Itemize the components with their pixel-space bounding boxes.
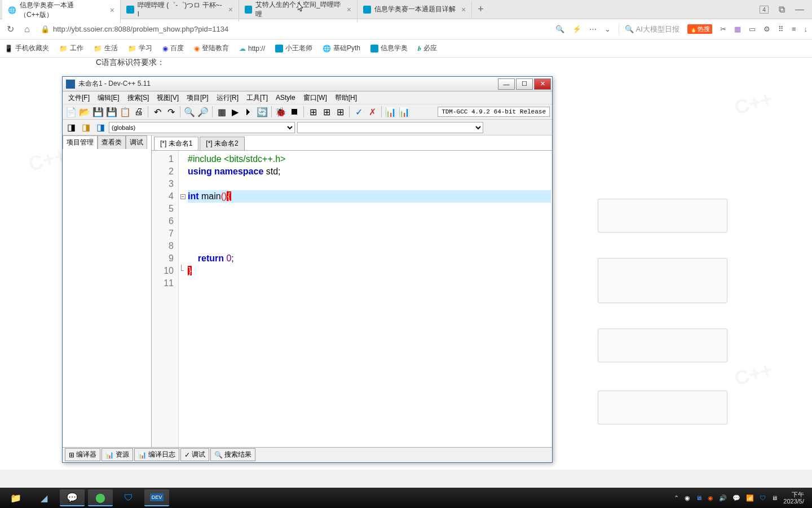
grid3-icon[interactable]: ⊞	[334, 106, 346, 118]
hot-badge[interactable]: 🔥热搜	[687, 24, 712, 34]
tab-debug[interactable]: 调试	[126, 135, 147, 149]
goto1-icon[interactable]: ◨	[65, 121, 77, 134]
close-icon[interactable]: ×	[228, 5, 233, 14]
file-tab-2[interactable]: [*] 未命名2	[200, 137, 244, 150]
menu-window[interactable]: 窗口[W]	[300, 92, 330, 104]
download-icon[interactable]: ↓	[804, 25, 808, 33]
redo-icon[interactable]: ↷	[165, 106, 177, 118]
menu-run[interactable]: 运行[R]	[213, 92, 242, 104]
menu-edit[interactable]: 编辑[E]	[94, 92, 123, 104]
compile-icon[interactable]: ▦	[215, 106, 228, 118]
close-icon[interactable]: ×	[461, 5, 466, 14]
menu-view[interactable]: 视图[V]	[153, 92, 182, 104]
rebuild-icon[interactable]: 🔄	[256, 106, 268, 118]
grid-icon[interactable]: ⚙	[764, 25, 770, 33]
fold-toggle-icon[interactable]: −	[180, 194, 186, 199]
tab-resources[interactable]: 📊资源	[102, 448, 133, 461]
open-icon[interactable]: 📂	[78, 106, 91, 118]
tab-debug-bottom[interactable]: ✓调试	[180, 448, 209, 461]
browser-tab-4[interactable]: 信息学奥赛一本通题目详解 ×	[358, 1, 472, 17]
more-icon[interactable]: ⋯	[589, 25, 597, 33]
tab-search-results[interactable]: 🔍搜索结果	[210, 448, 255, 461]
goto3-icon[interactable]: ◨	[94, 121, 107, 134]
compiler-selector[interactable]: TDM-GCC 4.9.2 64-bit Release	[438, 107, 550, 117]
minimize-icon[interactable]: —	[795, 5, 804, 15]
bookmark-mobile[interactable]: 📱手机收藏夹	[5, 43, 49, 53]
bookmark-study[interactable]: 📁学习	[128, 43, 152, 53]
tray-icon[interactable]: 🛡	[760, 494, 766, 501]
search-placeholder[interactable]: AI大模型日报	[636, 24, 679, 34]
scope-combo[interactable]: (globals)	[109, 122, 295, 133]
close-icon[interactable]: ×	[110, 6, 114, 15]
flash-icon[interactable]: ⚡	[572, 25, 581, 33]
wechat-tray-icon[interactable]: 💬	[732, 494, 740, 502]
tray-icon[interactable]: ◉	[685, 494, 690, 502]
close-file-icon[interactable]: 📋	[119, 106, 131, 118]
save-all-icon[interactable]: 💾	[105, 106, 118, 118]
menu-help[interactable]: 帮助[H]	[332, 92, 360, 104]
zoom-icon[interactable]: 🔍	[555, 25, 564, 33]
taskbar-explorer[interactable]: 📁	[3, 489, 28, 506]
bookmark-login[interactable]: ◉登陆教育	[194, 43, 229, 53]
taskbar-app1[interactable]: ◢	[32, 489, 56, 506]
grid2-icon[interactable]: ⊞	[320, 106, 333, 118]
run-icon[interactable]: ▶	[229, 106, 241, 118]
tray-icon[interactable]: 🖥	[771, 494, 778, 501]
wallet-icon[interactable]: ▭	[749, 25, 756, 33]
bookmark-life[interactable]: 📁生活	[94, 43, 118, 53]
cut-icon[interactable]: ✂	[720, 25, 726, 33]
chevron-up-icon[interactable]: ⌃	[674, 494, 679, 502]
bookmark-baidu[interactable]: ◉百度	[162, 43, 184, 53]
window-restore-icon[interactable]: ⧉	[779, 5, 785, 15]
tray-icon[interactable]: 🖥	[696, 494, 702, 501]
maximize-button[interactable]: ☐	[516, 78, 533, 90]
print-icon[interactable]: 🖨	[133, 106, 145, 118]
new-file-icon[interactable]: 📄	[65, 106, 77, 118]
goto2-icon[interactable]: ◨	[80, 121, 92, 134]
apps-icon[interactable]: ⠿	[778, 25, 784, 33]
function-combo[interactable]	[297, 122, 483, 133]
taskbar-browser[interactable]: ⬤	[88, 489, 113, 506]
bookmark-bing[interactable]: 𝒃必应	[418, 43, 437, 53]
grid1-icon[interactable]: ⊞	[307, 106, 319, 118]
save-icon[interactable]: 💾	[92, 106, 104, 118]
replace-icon[interactable]: 🔎	[197, 106, 209, 118]
menu-astyle[interactable]: AStyle	[272, 93, 299, 103]
bookmark-teacher[interactable]: 小王老师	[275, 43, 312, 53]
file-tab-1[interactable]: [*] 未命名1	[154, 137, 198, 150]
find-icon[interactable]: 🔍	[183, 106, 196, 118]
tab-compiler[interactable]: ⊞编译器	[65, 448, 100, 461]
home-button[interactable]: ⌂	[21, 24, 33, 35]
bookmark-work[interactable]: 📁工作	[59, 43, 83, 53]
taskbar-devcpp[interactable]: DEV	[144, 489, 169, 506]
delete-icon[interactable]: ✗	[366, 106, 378, 118]
minimize-button[interactable]: —	[498, 78, 515, 90]
browser-tab-1[interactable]: 🌐 信息学奥赛一本通（C++版） ×	[2, 0, 121, 23]
network-icon[interactable]: 📶	[746, 494, 754, 502]
taskbar-wechat[interactable]: 💬	[60, 489, 85, 506]
tab-classes[interactable]: 查看类	[98, 135, 126, 149]
profile-icon[interactable]: 📊	[385, 106, 397, 118]
tab-count-badge[interactable]: 4	[760, 6, 769, 14]
title-bar[interactable]: 未命名1 - Dev-C++ 5.11 — ☐ ✕	[63, 77, 552, 91]
gprof-icon[interactable]: 📊	[398, 106, 411, 118]
tab-project[interactable]: 项目管理	[63, 135, 98, 149]
stop-icon[interactable]: ⏹	[288, 106, 301, 118]
browser-tab-2[interactable]: 哔哩哔哩 (゜-゜)つロ 干杯~-l ×	[121, 0, 239, 21]
compile-run-icon[interactable]: ⏵	[242, 106, 255, 118]
menu-file[interactable]: 文件[F]	[65, 92, 93, 104]
menu-search[interactable]: 搜索[S]	[124, 92, 153, 104]
debug-icon[interactable]: 🐞	[275, 106, 287, 118]
menu-icon[interactable]: ≡	[792, 25, 796, 33]
tab-compile-log[interactable]: 📊编译日志	[134, 448, 179, 461]
close-icon[interactable]: ×	[347, 5, 351, 14]
menu-tools[interactable]: 工具[T]	[243, 92, 271, 104]
close-button[interactable]: ✕	[534, 78, 551, 90]
code-text[interactable]: #include <bits/stdc++.h> using namespace…	[187, 151, 552, 447]
tray-icon[interactable]: ◉	[708, 494, 713, 502]
volume-icon[interactable]: 🔊	[719, 494, 727, 502]
chevron-down-icon[interactable]: ⌄	[604, 25, 611, 33]
new-tab-button[interactable]: +	[472, 1, 489, 17]
undo-icon[interactable]: ↶	[151, 106, 164, 118]
bookmark-http[interactable]: ☁http://	[239, 45, 265, 52]
